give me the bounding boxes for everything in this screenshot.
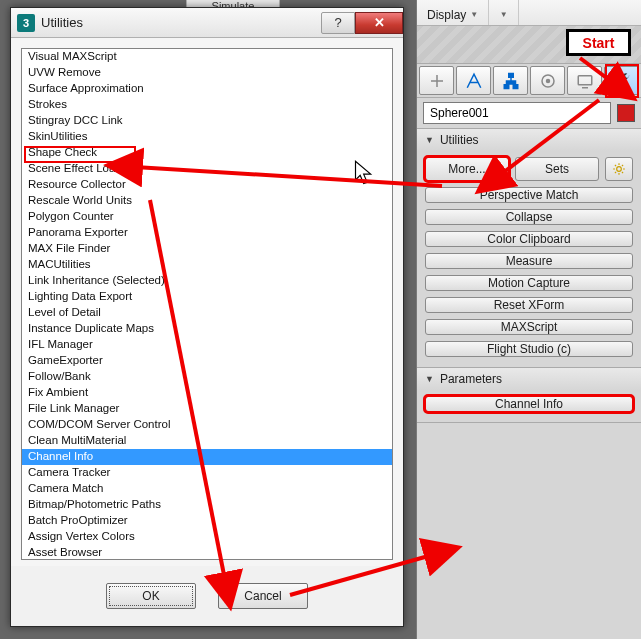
list-item[interactable]: Shape Check [22, 145, 392, 161]
command-panel: Display ▼ ▼ Start [416, 0, 641, 639]
utility-button[interactable]: Measure [425, 253, 633, 269]
svg-point-1 [545, 78, 550, 83]
list-item[interactable]: Panorama Exporter [22, 225, 392, 241]
list-item[interactable]: Stingray DCC Link [22, 113, 392, 129]
utilities-tab[interactable] [604, 66, 639, 95]
list-item[interactable]: GameExporter [22, 353, 392, 369]
sets-button[interactable]: Sets [515, 157, 599, 181]
start-annotation: Start [566, 29, 631, 56]
list-item[interactable]: COM/DCOM Server Control [22, 417, 392, 433]
help-icon: ? [334, 15, 341, 30]
modify-tab[interactable] [456, 66, 491, 95]
chevron-down-icon: ▼ [425, 374, 434, 384]
channel-info-button[interactable]: Channel Info [425, 396, 633, 412]
menu-dropdown[interactable]: ▼ [489, 0, 519, 25]
display-tab[interactable] [567, 66, 602, 95]
motion-tab[interactable] [530, 66, 565, 95]
hierarchy-tab[interactable] [493, 66, 528, 95]
list-item[interactable]: Surface Approximation [22, 81, 392, 97]
utilities-rollout: ▼ Utilities More... Sets Perspective Mat… [417, 129, 641, 368]
utility-button[interactable]: Perspective Match [425, 187, 633, 203]
utility-button[interactable]: MAXScript [425, 319, 633, 335]
gear-icon [612, 162, 626, 176]
chevron-down-icon: ▼ [425, 135, 434, 145]
list-item[interactable]: Channel Info [22, 449, 392, 465]
command-panel-tabs [417, 64, 641, 98]
chevron-down-icon: ▼ [500, 10, 508, 19]
menu-strip: Display ▼ ▼ [417, 0, 641, 26]
utility-button[interactable]: Motion Capture [425, 275, 633, 291]
motion-icon [539, 72, 557, 90]
display-menu[interactable]: Display ▼ [417, 0, 489, 25]
list-item[interactable]: Scene Effect Loader [22, 161, 392, 177]
list-item[interactable]: Clean MultiMaterial [22, 433, 392, 449]
list-item[interactable]: Batch ProOptimizer [22, 513, 392, 529]
utility-button[interactable]: Color Clipboard [425, 231, 633, 247]
plus-icon [428, 72, 446, 90]
list-item[interactable]: File Link Manager [22, 401, 392, 417]
list-item[interactable]: Asset Browser [22, 545, 392, 560]
parameters-rollout-header[interactable]: ▼ Parameters [417, 368, 641, 390]
close-icon: ✕ [374, 15, 385, 30]
utility-button[interactable]: Flight Studio (c) [425, 341, 633, 357]
svg-point-3 [617, 167, 622, 172]
modify-icon [465, 72, 483, 90]
list-item[interactable]: Camera Tracker [22, 465, 392, 481]
list-item[interactable]: Link Inheritance (Selected) [22, 273, 392, 289]
ok-button[interactable]: OK [106, 583, 196, 609]
list-item[interactable]: MACUtilities [22, 257, 392, 273]
utilities-rollout-title: Utilities [440, 133, 479, 147]
utility-button[interactable]: Collapse [425, 209, 633, 225]
utilities-listbox[interactable]: Visual MAXScriptUVW RemoveSurface Approx… [21, 48, 393, 560]
utility-button[interactable]: Reset XForm [425, 297, 633, 313]
parameters-rollout-title: Parameters [440, 372, 502, 386]
create-tab[interactable] [419, 66, 454, 95]
dialog-titlebar[interactable]: 3 Utilities ? ✕ [11, 8, 403, 38]
list-item[interactable]: Assign Vertex Colors [22, 529, 392, 545]
utilities-dialog: 3 Utilities ? ✕ Visual MAXScriptUVW Remo… [10, 7, 404, 627]
close-button[interactable]: ✕ [355, 12, 403, 34]
list-item[interactable]: UVW Remove [22, 65, 392, 81]
help-button[interactable]: ? [321, 12, 355, 34]
list-item[interactable]: Visual MAXScript [22, 49, 392, 65]
configure-button[interactable] [605, 157, 633, 181]
list-item[interactable]: Follow/Bank [22, 369, 392, 385]
parameters-rollout: ▼ Parameters Channel Info [417, 368, 641, 423]
dialog-title: Utilities [41, 15, 83, 30]
list-item[interactable]: Resource Collector [22, 177, 392, 193]
list-item[interactable]: IFL Manager [22, 337, 392, 353]
svg-rect-2 [578, 75, 592, 84]
list-item[interactable]: SkinUtilities [22, 129, 392, 145]
list-item[interactable]: Fix Ambient [22, 385, 392, 401]
hierarchy-icon [502, 72, 520, 90]
object-name-input[interactable] [423, 102, 611, 124]
display-menu-label: Display [427, 8, 466, 22]
list-item[interactable]: MAX File Finder [22, 241, 392, 257]
dialog-button-row: OK Cancel [11, 566, 403, 626]
object-name-row [417, 98, 641, 129]
list-item[interactable]: Instance Duplicate Maps [22, 321, 392, 337]
list-item[interactable]: Camera Match [22, 481, 392, 497]
list-item[interactable]: Polygon Counter [22, 209, 392, 225]
list-item[interactable]: Rescale World Units [22, 193, 392, 209]
chevron-down-icon: ▼ [470, 10, 478, 19]
object-color-swatch[interactable] [617, 104, 635, 122]
list-item[interactable]: Level of Detail [22, 305, 392, 321]
wrench-icon [613, 72, 631, 90]
display-icon [576, 72, 594, 90]
utilities-rollout-header[interactable]: ▼ Utilities [417, 129, 641, 151]
list-item[interactable]: Strokes [22, 97, 392, 113]
app-logo-icon: 3 [17, 14, 35, 32]
list-item[interactable]: Bitmap/Photometric Paths [22, 497, 392, 513]
list-item[interactable]: Lighting Data Export [22, 289, 392, 305]
cancel-button[interactable]: Cancel [218, 583, 308, 609]
more-button[interactable]: More... [425, 157, 509, 181]
